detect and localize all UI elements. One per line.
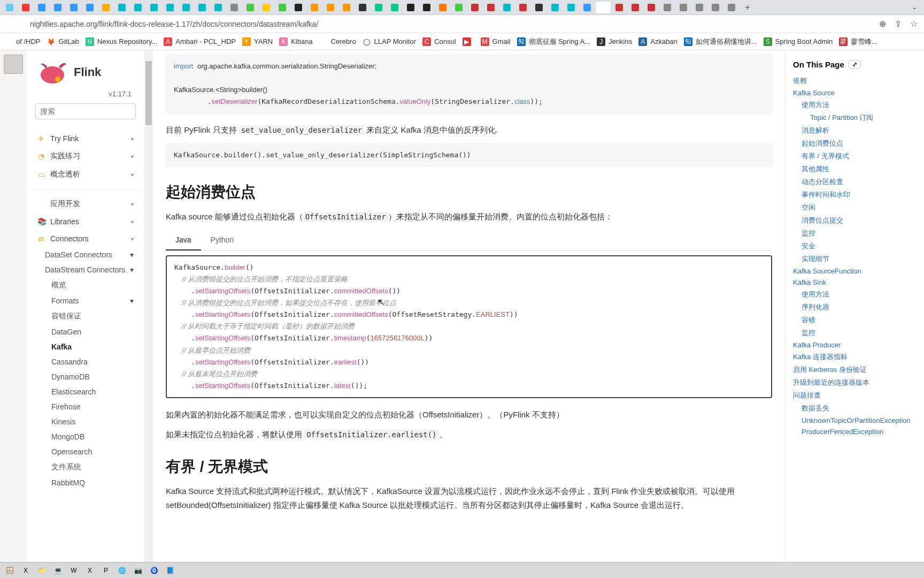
browser-tab[interactable] (532, 2, 546, 13)
bookmark-item[interactable]: 廖廖雪峰... (839, 37, 877, 47)
bookmark-item[interactable]: MGmail (481, 37, 511, 46)
browser-tab[interactable] (708, 2, 723, 13)
window-preview[interactable] (4, 55, 23, 74)
bookmark-item[interactable]: of /HDP (4, 37, 41, 46)
browser-tab[interactable] (227, 2, 242, 13)
browser-tab[interactable] (275, 2, 290, 13)
sidebar-subsubitem[interactable]: 概览 (31, 277, 140, 293)
browser-tab[interactable] (548, 2, 563, 13)
browser-tab[interactable] (371, 2, 386, 13)
browser-tab[interactable] (515, 2, 530, 13)
toc-link[interactable]: 空闲 (793, 201, 917, 214)
taskbar-app[interactable]: X (19, 565, 32, 576)
search-input[interactable] (35, 103, 136, 119)
taskbar-app[interactable]: 🌐 (116, 565, 128, 576)
sidebar-scrollbar[interactable] (144, 50, 153, 562)
browser-tab[interactable] (291, 2, 306, 13)
browser-tab[interactable] (580, 2, 595, 13)
taskbar-app[interactable]: 📷 (132, 565, 144, 576)
toc-link[interactable]: 问题排查 (793, 389, 917, 402)
bookmark-item[interactable]: AAzkaban (638, 37, 677, 46)
taskbar-app[interactable]: 💻 (51, 565, 64, 576)
browser-tab[interactable] (467, 2, 482, 13)
bookmark-item[interactable]: SSpring Boot Admin (764, 37, 833, 46)
toc-link[interactable]: 消费位点提交 (793, 214, 917, 227)
taskbar-app[interactable]: W (67, 565, 80, 576)
taskbar-app[interactable]: 📘 (164, 565, 176, 576)
sidebar-subsubitem[interactable]: Firehose (31, 399, 140, 414)
browser-tab[interactable] (628, 2, 643, 13)
toc-link[interactable]: 安全 (793, 240, 917, 253)
url-text[interactable]: nightlies.apache.org/flink/flink-docs-re… (30, 20, 894, 28)
browser-tab[interactable] (82, 2, 97, 13)
browser-tab[interactable] (2, 2, 17, 13)
sidebar-subsubitem[interactable]: Cassandra (31, 354, 140, 369)
browser-tab[interactable] (660, 2, 675, 13)
toc-link[interactable]: Kafka Producer (793, 339, 917, 351)
bookmark-item[interactable]: CConsul (422, 37, 456, 46)
sidebar-subsubitem[interactable]: DynamoDB (31, 369, 140, 384)
bookmark-item[interactable]: 🦊GitLab (47, 37, 79, 46)
browser-tab[interactable] (644, 2, 659, 13)
sidebar-subsubitem[interactable]: MongoDB (31, 429, 140, 444)
code-block-deserializer[interactable]: import org.apache.kafka.common.serializa… (166, 55, 772, 113)
bookmark-item[interactable]: YYARN (242, 37, 273, 46)
browser-tab[interactable] (483, 2, 498, 13)
browser-tab[interactable] (18, 2, 33, 13)
new-tab-button[interactable]: + (740, 2, 755, 13)
toc-link[interactable]: 监控 (793, 227, 917, 240)
taskbar-app[interactable]: 🧿 (148, 565, 160, 576)
browser-tab[interactable] (323, 2, 338, 13)
bookmark-item[interactable]: KKibana (279, 37, 312, 46)
browser-tab[interactable] (596, 2, 611, 13)
toc-link[interactable]: 升级到最近的连接器版本 (793, 376, 917, 389)
sidebar-subsubitem[interactable]: Kafka (31, 339, 140, 354)
browser-tab[interactable] (419, 2, 434, 13)
sidebar-subsubitem[interactable]: Kinesis (31, 414, 140, 429)
zoom-icon[interactable]: ⊕ (879, 19, 886, 29)
browser-tab[interactable] (114, 2, 129, 13)
sidebar-subsubitem[interactable]: Formats ▾ (31, 293, 140, 308)
toc-link[interactable]: 启用 Kerberos 身份验证 (793, 363, 917, 376)
taskbar-app[interactable]: 🪟 (3, 565, 16, 576)
browser-tab[interactable] (211, 2, 226, 13)
tab-java[interactable]: Java (166, 230, 201, 250)
sidebar-subsubitem[interactable]: RabbitMQ (31, 475, 140, 490)
toc-link[interactable]: 事件时间和水印 (793, 188, 917, 201)
toc-link[interactable]: 消息解析 (793, 124, 917, 137)
browser-tab[interactable] (163, 2, 178, 13)
browser-tab[interactable] (98, 2, 113, 13)
toc-link[interactable]: 数据丢失 (793, 402, 917, 415)
browser-tab[interactable] (259, 2, 274, 13)
toc-link[interactable]: 起始消费位点 (793, 137, 917, 150)
toc-link[interactable]: Kafka 连接器指标 (793, 351, 917, 363)
browser-tab[interactable] (403, 2, 418, 13)
browser-tab[interactable] (130, 2, 145, 13)
toc-link[interactable]: Topic / Partition 订阅 (793, 111, 917, 124)
code-block-starting-offsets[interactable]: KafkaSource.builder() // 从消费组提交的位点开始消费，不… (166, 255, 772, 398)
sidebar-subsubitem[interactable]: DataGen (31, 324, 140, 339)
toc-link[interactable]: 有界 / 无界模式 (793, 150, 917, 163)
bookmark-item[interactable]: Cerebro (319, 37, 356, 46)
browser-tab[interactable] (676, 2, 691, 13)
sidebar-item[interactable]: 应用开发▾ (31, 195, 140, 213)
sidebar-subsubitem[interactable]: Elasticsearch (31, 384, 140, 399)
scrollbar-thumb[interactable] (145, 61, 152, 125)
browser-tab[interactable] (50, 2, 65, 13)
sidebar-subsubitem[interactable]: Opensearch (31, 444, 140, 459)
bookmark-item[interactable]: ▶ (463, 37, 474, 46)
browser-tab[interactable] (34, 2, 49, 13)
toc-collapse-icon[interactable]: ⤢ (849, 60, 861, 69)
toc-link[interactable]: 动态分区检查 (793, 176, 917, 188)
browser-tab[interactable] (147, 2, 161, 13)
toc-link[interactable]: 使用方法 (793, 98, 917, 111)
sidebar-subitem[interactable]: DataSet Connectors▾ (31, 247, 140, 262)
browser-tab[interactable] (435, 2, 450, 13)
browser-tab[interactable] (179, 2, 194, 13)
sidebar-item[interactable]: ◔实践练习▾ (31, 147, 140, 165)
bookmark-item[interactable]: ◯LLAP Monitor (363, 37, 417, 46)
browser-tab[interactable] (451, 2, 466, 13)
browser-tab[interactable] (66, 2, 81, 13)
bookmark-item[interactable]: NNexus Repository... (86, 37, 157, 46)
sidebar-item[interactable]: ▭概念透析▾ (31, 165, 140, 184)
